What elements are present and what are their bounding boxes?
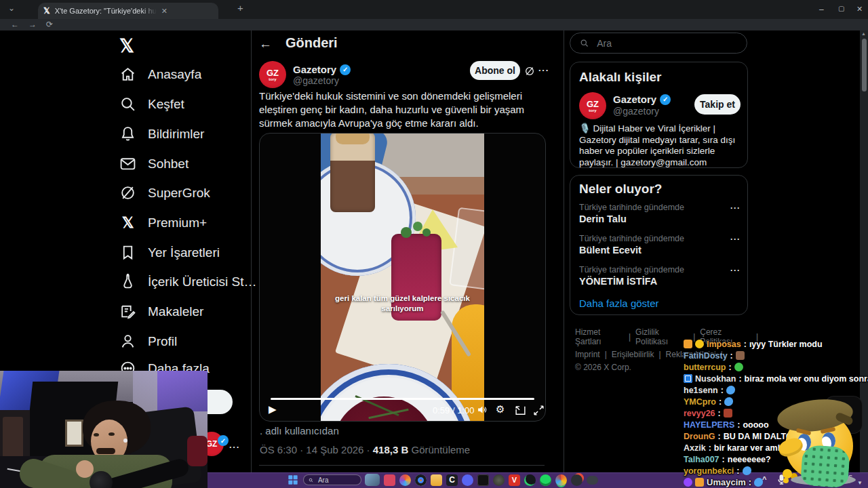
show-more-link[interactable]: Daha fazla göster [579, 298, 659, 309]
taskbar-app-capcut[interactable]: C [446, 474, 458, 486]
taskbar-app-g[interactable] [555, 474, 567, 486]
account-menu-icon[interactable]: ··· [229, 442, 240, 452]
footer-link[interactable]: Imprint [575, 350, 600, 359]
person-eye [108, 432, 115, 436]
footer-link[interactable]: Hizmet Şartları [575, 327, 624, 346]
sidebar-item-supergrok[interactable]: SuperGrok [119, 184, 210, 201]
taskbar-search[interactable] [303, 474, 361, 485]
x-home-logo[interactable]: 𝕏 [119, 35, 134, 57]
back-button[interactable]: ← [259, 37, 272, 52]
author-handle[interactable]: @gazetory [293, 75, 339, 86]
tweet-timestamp: ÖS 6:30 · 14 Şub 2026 · [260, 444, 370, 455]
trend-item[interactable]: Türkiye tarihinde gündemde YÖNETİM İSTİF… [579, 265, 684, 287]
taskbar-app-copilot[interactable] [399, 474, 411, 486]
video-settings-icon[interactable]: ⚙ [496, 403, 505, 415]
sidebar-item-icerik-ureticisi[interactable]: İçerik Üreticisi St… [119, 273, 256, 290]
sidebar-item-makaleler[interactable]: Makaleler [119, 303, 203, 320]
search-icon [580, 38, 589, 48]
tab-close-icon[interactable]: ✕ [161, 7, 167, 16]
grok-actions-icon[interactable] [524, 66, 535, 77]
trend-more-icon[interactable]: ··· [730, 203, 741, 213]
play-button[interactable]: ▶ [269, 403, 277, 415]
scrollbar-thumb[interactable] [862, 39, 867, 92]
follow-button[interactable]: Takip et [694, 94, 741, 115]
tweet-author-row[interactable]: Gazetory ✓ [293, 64, 351, 75]
new-tab-button[interactable]: + [237, 4, 243, 12]
footer-link[interactable]: Erişilebilirlik [612, 350, 654, 359]
sidebar-item-profil[interactable]: Profil [119, 333, 177, 350]
browser-back-icon[interactable]: ← [11, 20, 19, 28]
taskbar-widget-icon[interactable] [365, 474, 380, 486]
subscribe-button[interactable]: Abone ol [470, 61, 520, 80]
sidebar-item-bildirimler[interactable]: Bildirimler [119, 125, 204, 142]
mint-leaf [401, 227, 412, 238]
taskbar-app-red-v[interactable]: V [509, 474, 520, 486]
taskbar-app-dark1[interactable] [477, 474, 489, 486]
search-input[interactable] [595, 37, 737, 49]
video-caption: geri kalan tüm güzel kalplere sıcacık sa… [329, 293, 476, 314]
volume-icon[interactable] [477, 404, 488, 415]
taskbar-app-explorer[interactable] [431, 474, 442, 486]
chocolate-drink [330, 134, 375, 212]
taskbar-app-chrome[interactable] [415, 474, 427, 486]
taskbar-app-spotify[interactable] [540, 474, 551, 486]
browser-tab[interactable]: 𝕏 X'te Gazetory: "Türkiye'deki hu ✕ [38, 3, 218, 19]
relevant-avatar[interactable]: GZtory [579, 92, 606, 119]
bird-emote [724, 397, 733, 406]
video-progress-bar[interactable] [271, 398, 534, 400]
video-time: 0:59 / 1:00 [433, 405, 474, 415]
tweet-author-avatar[interactable]: GZtory [259, 61, 286, 88]
taskbar-app-discord[interactable] [462, 474, 473, 486]
trend-more-icon[interactable]: ··· [730, 266, 741, 275]
tweet-more-icon[interactable]: ··· [538, 65, 549, 75]
taskbar-app-dark2[interactable] [493, 474, 505, 486]
fullscreen-icon[interactable] [533, 405, 545, 416]
gold-emote [684, 340, 692, 348]
trend-item[interactable]: Türkiye tarihinde gündemde Bülent Ecevit [579, 234, 684, 256]
pip-icon[interactable] [515, 405, 526, 416]
taskbar-app-oval[interactable] [587, 476, 598, 485]
video-frame: geri kalan tüm güzel kalplere sıcacık sa… [321, 134, 484, 421]
relevant-handle[interactable]: @gazetory [613, 106, 659, 117]
emote-coins [783, 469, 792, 479]
trend-more-icon[interactable]: ··· [730, 235, 741, 244]
chat-message: Talha007 : neeeeeee? [684, 453, 771, 465]
window-close-button[interactable]: ✕ [856, 5, 863, 13]
sidebar-item-sohbet[interactable]: Sohbet [119, 155, 189, 172]
brick-emote [724, 409, 732, 418]
sidebar-item-kesfet[interactable]: Keşfet [119, 96, 184, 113]
video-player[interactable]: geri kalan tüm güzel kalplere sıcacık sa… [259, 133, 546, 422]
sidebar-item-anasayfa[interactable]: Anasayfa [119, 66, 201, 83]
taskbar-app-check[interactable] [524, 474, 536, 486]
verified-badge: ✓ [340, 64, 351, 75]
tweet-meta-row: ÖS 6:30 · 14 Şub 2026 · 418,3 B Görüntül… [260, 444, 470, 455]
main-left-border [251, 30, 252, 488]
browser-reload-icon[interactable]: ⟳ [46, 20, 53, 28]
purple-glow [157, 371, 208, 411]
video-attribution[interactable]: . adlı kullanıcıdan [260, 425, 339, 436]
search-box[interactable] [570, 33, 747, 54]
chat-message: butterrcup : [684, 361, 743, 373]
mod-badge [684, 374, 692, 383]
window-maximize-button[interactable]: ▢ [838, 5, 844, 13]
tab-search-chevron-icon[interactable]: ⌄ [8, 4, 15, 12]
main-right-border [564, 30, 564, 488]
trend-item[interactable]: Türkiye tarihinde gündemde Derin Talu [579, 203, 684, 224]
taskbar-app-clipboard[interactable] [384, 474, 395, 486]
footer-link[interactable]: Gizlilik Politikası [635, 327, 688, 346]
chat-message: Nusokhan : biraz mola ver onu diyom sonr… [684, 373, 868, 384]
windows-start-button[interactable] [288, 474, 298, 485]
taskbar-search-input[interactable] [317, 476, 356, 485]
moai-emote [736, 351, 745, 360]
chair-accent [187, 436, 208, 466]
sidebar-item-premium[interactable]: 𝕏 Premium+ [119, 214, 207, 232]
views-count: 418,3 B [373, 444, 409, 455]
verified-badge: ✓ [660, 94, 671, 105]
sidebar-item-yer-isaretleri[interactable]: Yer İşaretleri [119, 244, 220, 261]
window-minimize-button[interactable]: – [819, 5, 824, 14]
webcam-overlay [0, 371, 208, 488]
browser-forward-icon[interactable]: → [28, 20, 37, 28]
scrollbar-up-icon[interactable]: ▲ [861, 31, 866, 36]
taskbar-app-notif[interactable] [571, 474, 583, 486]
relevant-name-row[interactable]: Gazetory ✓ [613, 94, 671, 105]
